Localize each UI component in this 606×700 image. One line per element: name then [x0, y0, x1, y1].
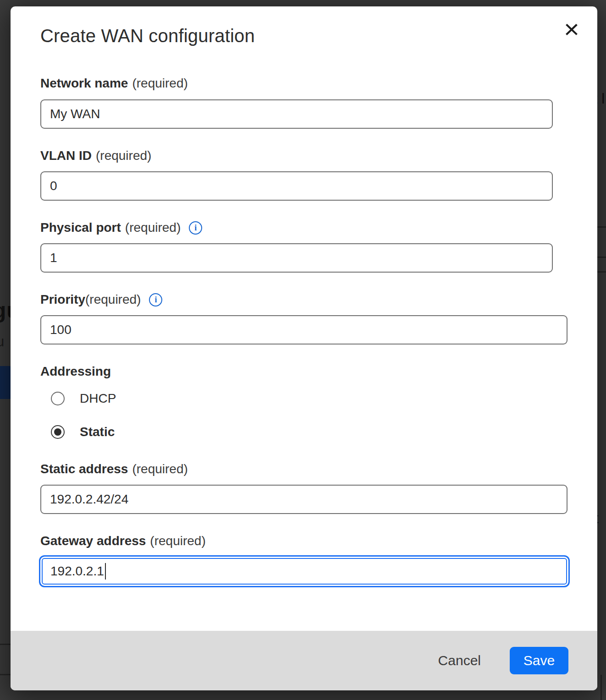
radio-icon: [51, 392, 65, 405]
close-icon: ×: [564, 16, 579, 42]
radio-icon: [51, 425, 65, 439]
info-icon[interactable]: i: [189, 221, 202, 235]
priority-input[interactable]: [40, 315, 567, 345]
addressing-option-static[interactable]: Static: [51, 425, 115, 439]
label-text: Priority: [40, 292, 85, 307]
vlan-id-input[interactable]: [40, 171, 553, 201]
label-text: Network name: [40, 76, 128, 91]
radio-label: Static: [80, 425, 115, 439]
background-table-line: [597, 257, 606, 258]
save-button[interactable]: Save: [510, 647, 568, 674]
label-text: Static address: [40, 462, 128, 476]
required-hint: (required): [85, 292, 141, 307]
gateway-address-input[interactable]: 192.0.2.1: [39, 555, 570, 587]
close-button[interactable]: ×: [559, 16, 584, 42]
physical-port-label: Physical port (required) i: [40, 220, 202, 235]
label-text: Physical port: [40, 220, 121, 235]
background-clipped-text: u: [0, 334, 4, 350]
dialog-footer: Cancel Save: [11, 631, 597, 690]
network-name-input[interactable]: [40, 99, 553, 129]
label-text: Gateway address: [40, 534, 146, 548]
addressing-option-dhcp[interactable]: DHCP: [51, 391, 116, 406]
priority-label: Priority (required) i: [40, 292, 162, 307]
required-hint: (required): [96, 148, 151, 163]
vlan-id-label: VLAN ID (required): [40, 148, 151, 163]
gateway-address-value: 192.0.2.1: [50, 564, 104, 579]
required-hint: (required): [125, 220, 181, 235]
required-hint: (required): [132, 462, 187, 476]
addressing-heading: Addressing: [40, 364, 111, 379]
required-hint: (required): [132, 76, 187, 91]
physical-port-input[interactable]: [40, 243, 553, 273]
background-table-line: [597, 271, 606, 273]
text-cursor: [105, 563, 106, 580]
static-address-label: Static address (required): [40, 462, 188, 476]
create-wan-configuration-dialog: Create WAN configuration × Network name …: [11, 6, 597, 690]
background-table-line: [600, 675, 602, 700]
required-hint: (required): [150, 534, 205, 548]
network-name-label: Network name (required): [40, 76, 188, 91]
background-table-line: [0, 674, 11, 675]
background-table-line: [0, 644, 11, 645]
cancel-button[interactable]: Cancel: [432, 648, 487, 673]
static-address-input[interactable]: [40, 485, 567, 514]
dialog-title: Create WAN configuration: [40, 26, 255, 46]
info-icon[interactable]: i: [149, 293, 162, 306]
radio-label: DHCP: [80, 391, 116, 406]
gateway-address-label: Gateway address (required): [40, 534, 206, 548]
label-text: VLAN ID: [40, 148, 92, 163]
background-table-line: [597, 226, 606, 228]
